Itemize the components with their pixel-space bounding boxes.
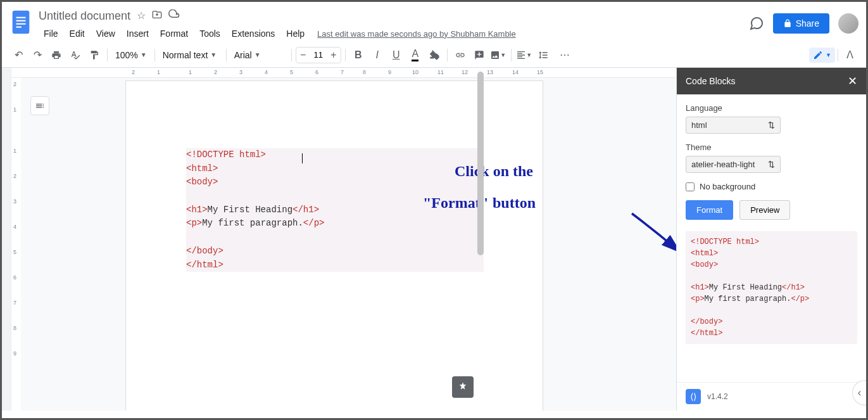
italic-button[interactable]: I (368, 46, 386, 64)
docs-logo[interactable] (9, 7, 32, 37)
left-rail (2, 68, 11, 410)
redo-button[interactable]: ↷ (28, 46, 46, 64)
paragraph-style-dropdown[interactable]: Normal text▼ (159, 46, 222, 64)
menu-view[interactable]: View (91, 26, 120, 41)
close-sidebar-button[interactable]: ✕ (848, 74, 857, 88)
undo-button[interactable]: ↶ (9, 46, 27, 64)
cloud-status-icon[interactable] (168, 10, 180, 22)
sidebar-title: Code Blocks (686, 76, 736, 86)
scrollbar[interactable] (475, 68, 484, 410)
font-dropdown[interactable]: Arial▼ (230, 46, 287, 64)
document-area[interactable]: 21123456789101112131415 21123456789 <!DO… (11, 68, 676, 410)
document-title[interactable]: Untitled document (39, 10, 130, 23)
code-block[interactable]: <!DOCTYPE html><html><body> <h1>My First… (186, 148, 484, 272)
svg-rect-4 (16, 27, 22, 28)
menu-edit[interactable]: Edit (65, 26, 90, 41)
svg-rect-1 (16, 17, 26, 18)
document-outline-button[interactable] (30, 96, 49, 115)
menu-file[interactable]: File (39, 26, 63, 41)
underline-button[interactable]: U (387, 46, 405, 64)
toolbar: ↶ ↷ 100%▼ Normal text▼ Arial▼ − + B I U … (2, 42, 866, 68)
insert-link-button[interactable] (451, 46, 469, 64)
star-icon[interactable]: ☆ (137, 10, 146, 22)
vertical-ruler[interactable]: 21123456789 (11, 78, 21, 410)
svg-rect-3 (16, 23, 26, 25)
text-cursor (302, 153, 303, 163)
menu-tools[interactable]: Tools (194, 26, 225, 41)
annotation-arrow (581, 201, 676, 264)
menu-format[interactable]: Format (155, 26, 193, 41)
user-avatar[interactable] (838, 13, 859, 34)
insert-image-button[interactable]: ▼ (489, 46, 507, 64)
menu-help[interactable]: Help (281, 26, 310, 41)
paint-format-button[interactable] (85, 46, 103, 64)
spellcheck-button[interactable] (66, 46, 84, 64)
format-button[interactable]: Format (686, 200, 733, 220)
horizontal-ruler[interactable]: 21123456789101112131415 (11, 68, 676, 78)
addon-version: v1.4.2 (707, 392, 728, 401)
language-select[interactable]: html⇅ (686, 117, 781, 134)
svg-rect-0 (13, 11, 30, 34)
theme-select[interactable]: atelier-heath-light⇅ (686, 156, 781, 173)
svg-rect-2 (16, 20, 26, 22)
text-color-button[interactable]: A (406, 46, 424, 64)
align-button[interactable]: ▼ (515, 46, 533, 64)
share-label: Share (796, 18, 819, 29)
explore-button[interactable] (452, 376, 474, 398)
font-size-input[interactable] (310, 50, 327, 60)
line-spacing-button[interactable] (534, 46, 552, 64)
last-edit-info[interactable]: Last edit was made seconds ago by Shubha… (317, 29, 516, 39)
addon-icon[interactable]: ⟨⟩ (686, 389, 701, 404)
language-label: Language (686, 103, 857, 113)
menu-insert[interactable]: Insert (122, 26, 154, 41)
code-blocks-sidebar: Code Blocks ✕ Language html⇅ Theme ateli… (676, 68, 866, 410)
editing-mode-button[interactable]: ▼ (809, 48, 835, 63)
no-background-label: No background (700, 182, 755, 191)
highlight-button[interactable] (425, 46, 443, 64)
share-button[interactable]: Share (773, 13, 829, 34)
theme-label: Theme (686, 143, 857, 152)
no-background-input[interactable] (686, 182, 695, 191)
code-preview: <!DOCTYPE html><html><body> <h1>My First… (686, 231, 857, 344)
more-options-button[interactable]: ⋯ (556, 46, 574, 64)
comments-icon[interactable] (749, 16, 764, 31)
increase-font-button[interactable]: + (327, 48, 341, 63)
decrease-font-button[interactable]: − (296, 48, 310, 63)
print-button[interactable] (47, 46, 65, 64)
no-background-checkbox[interactable]: No background (686, 182, 857, 191)
insert-comment-button[interactable] (470, 46, 488, 64)
move-icon[interactable] (152, 10, 162, 22)
hide-menus-button[interactable]: ᐱ (841, 46, 859, 64)
font-size-control[interactable]: − + (296, 47, 341, 63)
menu-bar: File Edit View Insert Format Tools Exten… (39, 25, 749, 42)
zoom-dropdown[interactable]: 100%▼ (111, 46, 151, 64)
menu-extensions[interactable]: Extensions (227, 26, 280, 41)
preview-button[interactable]: Preview (739, 200, 790, 220)
bold-button[interactable]: B (349, 46, 367, 64)
